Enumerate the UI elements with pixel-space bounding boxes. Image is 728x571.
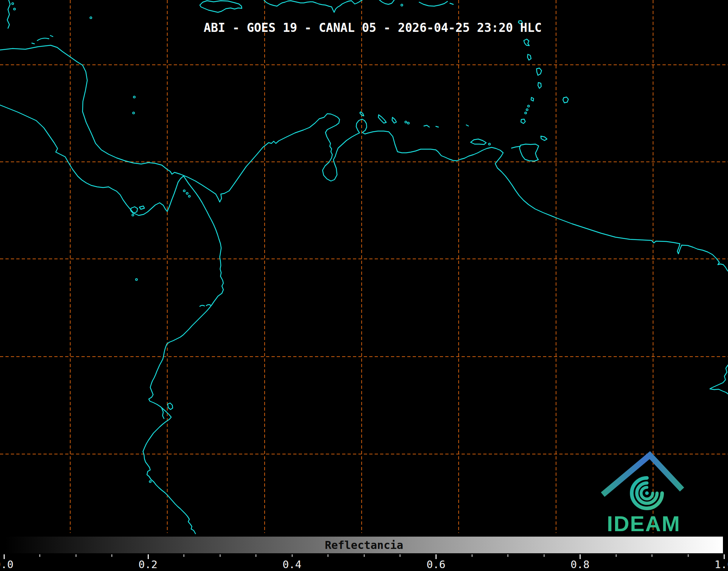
colorbar-minor-tick (616, 554, 617, 557)
colorbar-minor-tick (652, 554, 652, 557)
colorbar-minor-tick (544, 554, 544, 557)
colorbar-minor-tick (220, 554, 220, 557)
colorbar-minor-tick (292, 554, 293, 557)
colorbar-title: Reflectancia (325, 539, 403, 551)
colorbar-tick-label: 0.4 (282, 558, 301, 571)
colorbar-tick-label: 0.0 (0, 558, 13, 571)
colorbar-minor-tick (472, 554, 472, 557)
colorbar-minor-tick (256, 554, 256, 557)
colorbar-tick-label: 1.0 (715, 558, 728, 571)
colorbar-tick-label: 0.6 (426, 558, 445, 571)
colorbar-minor-tick (508, 554, 508, 557)
colorbar-minor-tick (328, 554, 328, 557)
logo-wordmark: IDEAM (607, 512, 680, 536)
colorbar-minor-tick (76, 554, 76, 557)
colorbar-minor-tick (688, 554, 689, 557)
colorbar-tick-label: 0.8 (571, 558, 589, 571)
colorbar-minor-tick (111, 554, 112, 557)
colorbar-minor-tick (364, 554, 365, 557)
satellite-image-canvas: ABI - GOES 19 - CANAL 05 - 2026-04-25 23… (0, 0, 728, 571)
ideam-logo: IDEAM (0, 0, 728, 571)
colorbar-minor-tick (39, 554, 40, 557)
colorbar-minor-tick (400, 554, 400, 557)
colorbar-tick-label: 0.2 (139, 558, 157, 571)
colorbar-minor-tick (184, 554, 184, 557)
logo-hurricane-swirl-icon (632, 478, 662, 508)
